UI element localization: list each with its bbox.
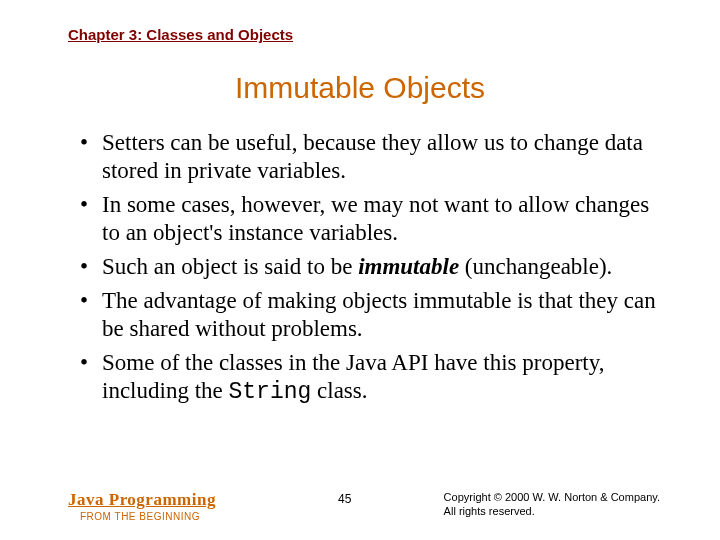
slide-title: Immutable Objects [60, 71, 660, 105]
copyright-line: All rights reserved. [444, 504, 660, 518]
page-number: 45 [216, 490, 444, 506]
chapter-heading: Chapter 3: Classes and Objects [68, 26, 660, 43]
book-title: Java Programming [68, 490, 216, 510]
list-item: Some of the classes in the Java API have… [80, 349, 660, 406]
footer: Java Programming FROM THE BEGINNING 45 C… [0, 490, 720, 522]
list-item: Setters can be useful, because they allo… [80, 129, 660, 185]
copyright-line: Copyright © 2000 W. W. Norton & Company. [444, 490, 660, 504]
book-branding: Java Programming FROM THE BEGINNING [68, 490, 216, 522]
bullet-text-code: String [228, 379, 311, 405]
slide: Chapter 3: Classes and Objects Immutable… [0, 0, 720, 540]
list-item: The advantage of making objects immutabl… [80, 287, 660, 343]
list-item: In some cases, however, we may not want … [80, 191, 660, 247]
bullet-text-pre: Such an object is said to be [102, 254, 358, 279]
book-subtitle: FROM THE BEGINNING [80, 511, 216, 522]
bullet-text: Setters can be useful, because they allo… [102, 130, 643, 183]
bullet-text: In some cases, however, we may not want … [102, 192, 649, 245]
bullet-text: The advantage of making objects immutabl… [102, 288, 656, 341]
bullet-text-post: class. [311, 378, 367, 403]
list-item: Such an object is said to be immutable (… [80, 253, 660, 281]
copyright: Copyright © 2000 W. W. Norton & Company.… [444, 490, 660, 519]
bullet-text-post: (unchangeable). [459, 254, 612, 279]
bullet-text-emph: immutable [358, 254, 459, 279]
bullet-list: Setters can be useful, because they allo… [60, 129, 660, 406]
